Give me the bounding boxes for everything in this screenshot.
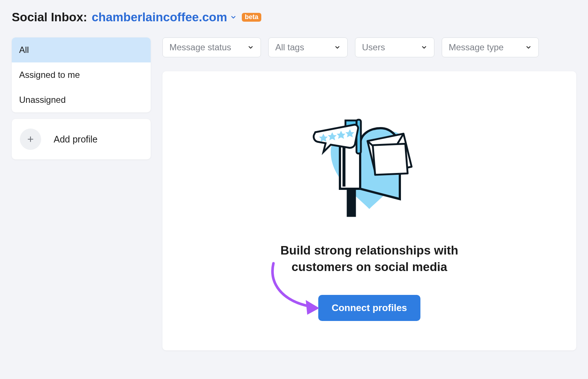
add-profile-label: Add profile [54,134,98,145]
filter-label: Users [362,42,385,53]
domain-selector[interactable]: chamberlaincoffee.com [92,10,237,24]
filter-all-tags[interactable]: All tags [268,37,348,57]
segment-item-all[interactable]: All [12,37,151,62]
filter-label: Message status [169,42,231,53]
chevron-down-icon [525,44,532,51]
svg-marker-10 [306,300,319,315]
chevron-down-icon [334,44,341,51]
page-header: Social Inbox: chamberlaincoffee.com beta [12,10,576,24]
filter-label: All tags [275,42,304,53]
segment-list: All Assigned to me Unassigned [12,37,151,112]
beta-badge: beta [242,13,261,22]
chevron-down-icon [421,44,427,51]
segment-item-unassigned[interactable]: Unassigned [12,87,151,112]
domain-name: chamberlaincoffee.com [92,10,227,24]
add-profile-button[interactable]: Add profile [12,119,151,159]
page-title: Social Inbox: [12,10,87,24]
filter-bar: Message status All tags Users Message ty… [162,37,576,57]
sidebar: All Assigned to me Unassigned Add profil… [12,37,151,350]
connect-profiles-button[interactable]: Connect profiles [318,295,420,321]
filter-users[interactable]: Users [355,37,434,57]
filter-label: Message type [449,42,503,53]
empty-state-card: Build strong relationships with customer… [162,71,576,350]
filter-message-type[interactable]: Message type [442,37,539,57]
svg-rect-2 [347,187,355,216]
svg-marker-4 [371,141,410,177]
chevron-down-icon [230,14,237,21]
arrow-annotation-icon [266,260,329,315]
segment-item-assigned[interactable]: Assigned to me [12,62,151,87]
mailbox-illustration-icon [309,97,430,223]
plus-icon [20,129,41,150]
main-content: Message status All tags Users Message ty… [162,37,576,350]
filter-message-status[interactable]: Message status [162,37,261,57]
chevron-down-icon [247,44,254,51]
